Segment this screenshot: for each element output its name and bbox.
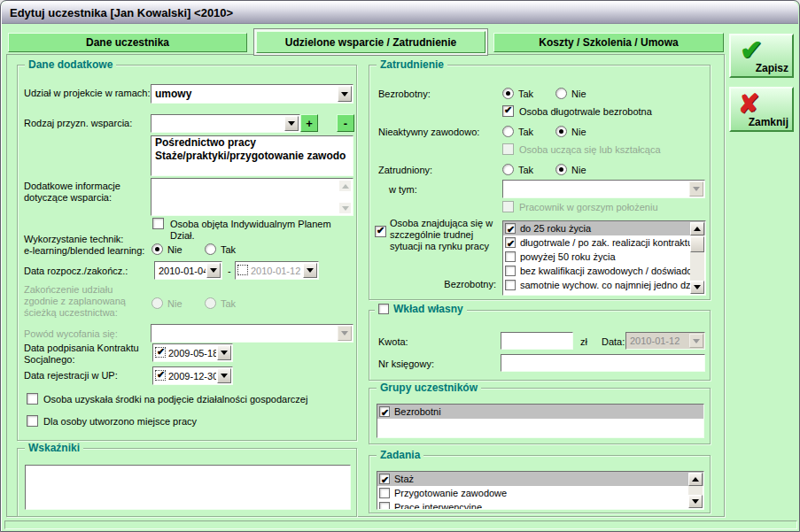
row-label[interactable]: Staż (394, 474, 414, 484)
elearning-nie-label[interactable]: Nie (167, 244, 183, 256)
dropdown-arrow-icon[interactable] (217, 345, 231, 360)
srodki-checkbox[interactable] (27, 393, 38, 405)
zatrudniony-tak-label[interactable]: Tak (518, 165, 533, 176)
add-wsparcie-button[interactable]: + (300, 114, 318, 132)
row-label[interactable]: Bezrobotni (394, 406, 441, 417)
kontrakt-data-combobox[interactable]: 2009-05-18 (152, 343, 233, 362)
checklist-row[interactable]: do 25 roku życia (503, 221, 705, 235)
nieaktywny-nie-label[interactable]: Nie (571, 127, 586, 138)
scrollbar[interactable] (688, 473, 703, 508)
checklist-row[interactable]: Bezrobotni (377, 405, 703, 419)
scrollbar[interactable] (690, 222, 704, 294)
elearning-tak-radio[interactable] (205, 243, 216, 255)
ipd-checkbox[interactable] (152, 218, 164, 229)
zatrudniony-tak-radio[interactable] (502, 164, 514, 175)
tab-dane-uczestnika[interactable]: Dane uczestnika (8, 33, 247, 52)
remove-wsparcie-button[interactable]: - (337, 114, 354, 132)
srodki-checkbox-label[interactable]: Osoba uzyskała środki na podjęcie działa… (43, 394, 307, 405)
zatrudniony-nie-radio[interactable] (555, 164, 567, 175)
bezrobotny-tak-radio[interactable] (502, 88, 514, 99)
save-button[interactable]: ✔ Zapisz (729, 34, 794, 78)
row-label[interactable]: długotrwale / po zak. realizacji kontrak… (520, 237, 693, 248)
scrollbar-thumb[interactable] (690, 236, 704, 252)
row-checkbox[interactable] (505, 237, 516, 248)
rejestracja-data-checkbox[interactable] (155, 370, 166, 381)
nieaktywny-tak-radio[interactable] (502, 126, 514, 137)
row-label[interactable]: Przygotowanie zawodowe (394, 488, 507, 498)
checklist-row[interactable]: Prace interwencyjne (377, 500, 703, 510)
dropdown-arrow-icon (689, 334, 703, 348)
row-checkbox[interactable] (379, 502, 390, 510)
scroll-up-icon[interactable] (339, 181, 351, 191)
row-checkbox[interactable] (505, 280, 516, 290)
rejestracja-data-combobox[interactable]: 2009-12-30 (152, 366, 233, 385)
dodatkowe-informacje-textarea[interactable] (151, 178, 353, 216)
miejsce-checkbox[interactable] (27, 415, 38, 427)
nieaktywny-tak-label[interactable]: Tak (518, 127, 533, 138)
row-label[interactable]: do 25 roku życia (520, 223, 591, 234)
wsparcie-listbox[interactable]: Pośrednictwo pracy Staże/praktyki/przygo… (151, 135, 353, 176)
dropdown-arrow-icon[interactable] (217, 368, 231, 383)
dropdown-arrow-icon[interactable] (338, 86, 352, 102)
kontrakt-data-checkbox[interactable] (155, 347, 166, 358)
data-zakonczenia-checkbox[interactable] (237, 265, 248, 275)
data-rozpoczecia-combobox[interactable]: 2010-01-04 (154, 261, 222, 280)
dlugotrwale-checkbox-label[interactable]: Osoba długotrwale bezrobotna (519, 106, 652, 118)
bezrobotny-nie-radio[interactable] (555, 88, 567, 99)
dlugotrwale-checkbox[interactable] (502, 105, 514, 117)
udzial-combobox[interactable]: umowy (151, 84, 353, 104)
checklist-row[interactable]: powyżej 50 roku życia (503, 250, 705, 264)
nr-ksiegowy-input[interactable] (501, 354, 705, 372)
tab-udzielone-wsparcie[interactable]: Udzielone wsparcie / Zatrudnienie (256, 31, 485, 53)
rodzaj-combobox[interactable] (151, 114, 300, 133)
elearning-nie-radio[interactable] (151, 243, 163, 255)
wskazniki-listbox[interactable] (25, 465, 351, 510)
wklad-wlasny-checkbox[interactable] (378, 304, 389, 314)
trudna-sytuacja-checklist[interactable]: do 25 roku życia długotrwale / po zak. r… (502, 220, 706, 296)
list-item[interactable]: Staże/praktyki/przygotowanie zawodo (151, 150, 353, 163)
row-checkbox[interactable] (379, 488, 390, 498)
row-label[interactable]: Prace interwencyjne (394, 502, 482, 510)
list-item[interactable]: Pośrednictwo pracy (151, 136, 353, 150)
titlebar[interactable]: Edytuj uczestnika [Jan Kowalski] <2010> (2, 2, 798, 24)
nieaktywny-nie-radio[interactable] (555, 126, 567, 137)
bezrobotny-tak-label[interactable]: Tak (518, 89, 533, 100)
technik-label: Wykorzystanie technik: e-learning/blende… (24, 234, 144, 257)
miejsce-checkbox-label[interactable]: Dla osoby utworzono miejsce pracy (43, 416, 197, 428)
elearning-tak-label[interactable]: Tak (221, 244, 236, 256)
checklist-row[interactable]: bez kwalifikacji zawodowych / doświadcz (503, 264, 705, 278)
trudna-sytuacja-checkbox[interactable] (375, 226, 386, 237)
trudna-sytuacja-label[interactable]: Osoba znajdująca się w szczególnie trudn… (390, 218, 493, 252)
row-label[interactable]: powyżej 50 roku życia (520, 251, 616, 262)
row-checkbox[interactable] (379, 474, 390, 484)
scroll-up-icon[interactable] (688, 473, 703, 486)
zadania-checklist[interactable]: Staż Przygotowanie zawodowe Prace interw… (377, 471, 704, 510)
close-button[interactable]: ✘ Zamknij (729, 87, 794, 132)
udzial-value: umowy (155, 88, 337, 100)
zatrudniony-nie-label[interactable]: Nie (571, 165, 586, 176)
group-zadania-title: Zadania (377, 449, 423, 461)
grupy-checklist[interactable]: Bezrobotni (377, 404, 704, 438)
checklist-row[interactable]: Przygotowanie zawodowe (377, 486, 703, 500)
scroll-down-icon[interactable] (339, 203, 351, 213)
row-checkbox[interactable] (379, 406, 390, 417)
ipd-checkbox-label[interactable]: Osoba objęta Indywidualnym Planem Dział. (170, 219, 356, 242)
kwota-input[interactable] (501, 332, 573, 350)
row-checkbox[interactable] (505, 251, 516, 262)
data-zakonczenia-combobox[interactable]: 2010-01-12 (235, 261, 319, 280)
dropdown-arrow-icon[interactable] (303, 263, 317, 278)
tab-koszty-szkolenia[interactable]: Koszty / Szkolenia / Umowa (493, 33, 724, 52)
bezrobotny-nie-label[interactable]: Nie (571, 89, 586, 100)
scroll-down-icon[interactable] (688, 495, 703, 508)
checklist-row[interactable]: długotrwale / po zak. realizacji kontrak… (503, 235, 705, 250)
row-label[interactable]: bez kwalifikacji zawodowych / doświadcz (520, 266, 696, 276)
dropdown-arrow-icon[interactable] (206, 263, 221, 278)
row-checkbox[interactable] (505, 266, 516, 276)
scroll-up-icon[interactable] (690, 222, 704, 235)
row-checkbox[interactable] (505, 223, 516, 234)
checklist-row[interactable]: Staż (377, 472, 703, 486)
scroll-down-icon[interactable] (690, 281, 704, 294)
dropdown-arrow-icon[interactable] (284, 116, 299, 131)
row-label[interactable]: samotnie wychow. co najmniej jedno dzie (520, 280, 698, 290)
checklist-row[interactable]: samotnie wychow. co najmniej jedno dzie (503, 278, 705, 292)
